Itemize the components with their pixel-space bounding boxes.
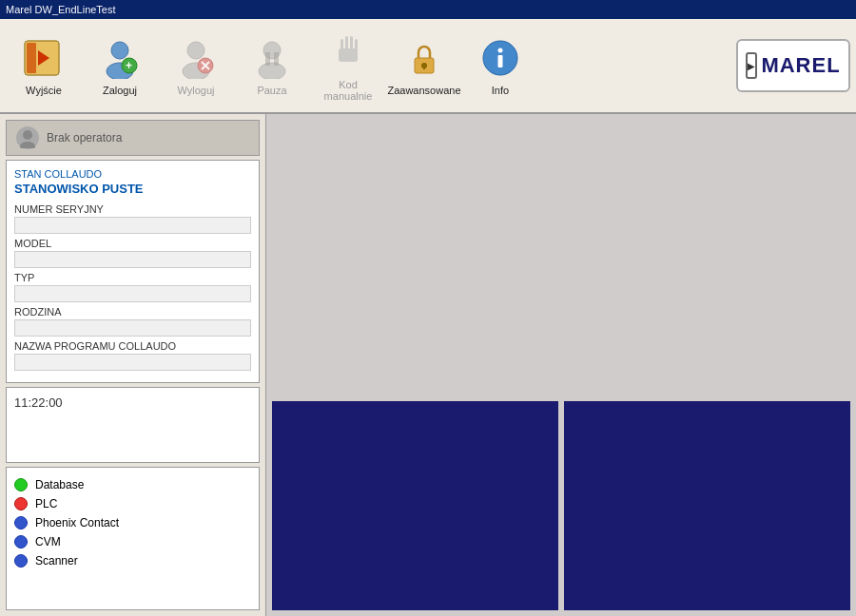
status-label-database: Database — [35, 478, 84, 491]
info-icon — [477, 35, 523, 81]
toolbar-item-zaawansowane[interactable]: Zaawansowane — [386, 31, 462, 100]
dark-box-left — [272, 401, 558, 610]
toolbar-label-zaloguj: Zaloguj — [103, 85, 137, 96]
toolbar-label-kod-manualnie: Kod manualnie — [314, 79, 382, 102]
value-numer-seryjny — [14, 217, 251, 234]
toolbar: Wyjście + Zaloguj Wyloguj — [0, 19, 856, 114]
toolbar-label-info: Info — [492, 85, 509, 96]
svg-point-8 — [187, 42, 204, 59]
toolbar-item-pauza[interactable]: Pauza — [234, 31, 310, 100]
info-row-numer-seryjny: NUMER SERYJNY — [14, 203, 251, 234]
svg-rect-24 — [423, 66, 425, 69]
info-title: STAN COLLAUDO — [14, 168, 251, 180]
clock-block: 11:22:00 — [6, 387, 260, 463]
label-typ: TYP — [14, 272, 251, 283]
status-dot-scanner — [14, 554, 28, 568]
svg-rect-21 — [339, 48, 358, 62]
left-panel: Brak operatora STAN COLLAUDO STANOWISKO … — [0, 114, 266, 616]
svg-point-14 — [259, 63, 285, 79]
svg-point-28 — [23, 130, 32, 140]
status-dot-plc — [14, 497, 28, 510]
toolbar-item-info[interactable]: Info — [462, 31, 538, 100]
status-label-scanner: Scanner — [35, 554, 78, 568]
marel-logo-text: MAREL — [761, 53, 840, 78]
operator-block: Brak operatora — [6, 120, 260, 156]
svg-point-4 — [111, 42, 128, 59]
info-row-rodzina: RODZINA — [14, 306, 251, 337]
value-model — [14, 251, 251, 268]
svg-rect-16 — [274, 52, 279, 66]
info-status: STANOWISKO PUSTE — [14, 182, 251, 196]
status-row-database: Database — [14, 475, 251, 494]
title-bar-text: Marel DW_EndLineTest — [6, 4, 116, 15]
status-block: Database PLC Phoenix Contact CVM Scanner — [6, 467, 260, 610]
status-row-plc: PLC — [14, 494, 251, 513]
status-label-plc: PLC — [35, 497, 57, 510]
info-row-typ: TYP — [14, 272, 251, 302]
clock-text: 11:22:00 — [14, 395, 63, 410]
barcode-icon — [325, 29, 371, 75]
value-typ — [14, 285, 251, 302]
main-content: Brak operatora STAN COLLAUDO STANOWISKO … — [0, 114, 856, 616]
marel-logo-icon: ▶ — [746, 52, 757, 79]
toolbar-label-wyjscie: Wyjście — [26, 85, 62, 96]
status-row-scanner: Scanner — [14, 551, 251, 570]
svg-rect-15 — [265, 52, 270, 66]
toolbar-label-pauza: Pauza — [257, 85, 286, 96]
title-bar: Marel DW_EndLineTest — [0, 0, 856, 19]
svg-rect-27 — [498, 55, 503, 67]
right-top — [272, 120, 850, 397]
marel-logo: ▶ MAREL — [736, 39, 850, 92]
operator-avatar — [16, 126, 39, 149]
value-program — [14, 354, 251, 371]
status-label-cvm: CVM — [35, 535, 61, 549]
svg-point-26 — [498, 48, 503, 53]
value-rodzina — [14, 319, 251, 337]
info-block: STAN COLLAUDO STANOWISKO PUSTE NUMER SER… — [6, 160, 260, 383]
info-row-model: MODEL — [14, 238, 251, 268]
status-row-cvm: CVM — [14, 532, 251, 551]
login-icon: + — [97, 35, 143, 81]
label-rodzina: RODZINA — [14, 306, 251, 318]
status-dot-phoenix — [14, 516, 28, 529]
status-dot-database — [14, 478, 28, 491]
lock-icon — [401, 35, 447, 81]
info-row-program: NAZWA PROGRAMU COLLAUDO — [14, 340, 251, 371]
label-numer-seryjny: NUMER SERYJNY — [14, 203, 251, 215]
svg-point-29 — [20, 142, 35, 148]
label-model: MODEL — [14, 238, 251, 249]
svg-text:+: + — [126, 59, 132, 72]
status-label-phoenix: Phoenix Contact — [35, 516, 119, 529]
pause-icon — [249, 35, 295, 81]
status-dot-cvm — [14, 535, 28, 549]
toolbar-item-wyjscie[interactable]: Wyjście — [6, 31, 82, 100]
toolbar-item-zaloguj[interactable]: + Zaloguj — [82, 31, 158, 100]
operator-text: Brak operatora — [47, 131, 122, 144]
logout-icon — [173, 35, 219, 81]
right-bottom — [272, 401, 850, 610]
status-row-phoenix: Phoenix Contact — [14, 513, 251, 532]
toolbar-label-wyloguj: Wyloguj — [177, 85, 214, 96]
label-program: NAZWA PROGRAMU COLLAUDO — [14, 340, 251, 352]
dark-box-right — [564, 401, 850, 610]
exit-icon — [21, 35, 67, 81]
svg-rect-2 — [27, 43, 36, 73]
toolbar-item-wyloguj[interactable]: Wyloguj — [158, 31, 234, 100]
toolbar-label-zaawansowane: Zaawansowane — [387, 85, 460, 96]
toolbar-item-kod-manualnie[interactable]: Kod manualnie — [310, 26, 386, 106]
right-panel — [266, 114, 856, 616]
